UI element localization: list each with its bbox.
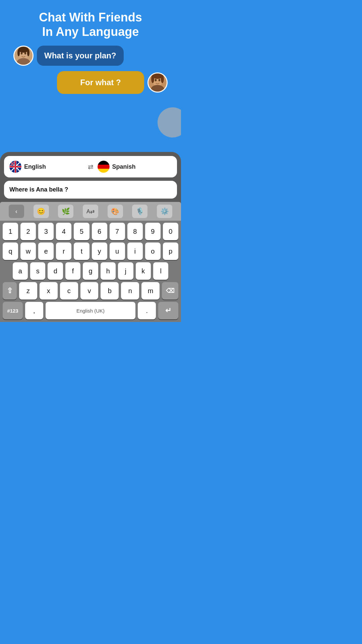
comma-key[interactable]: , [25,302,43,319]
svg-point-15 [18,47,29,53]
svg-point-24 [151,75,154,83]
translate-button[interactable]: A⇄ [83,205,98,218]
key-h[interactable]: h [101,262,116,280]
svg-text:★: ★ [17,170,18,171]
key-e[interactable]: e [38,243,54,260]
gray-blob-right [158,107,181,138]
period-key[interactable]: . [138,302,156,319]
key-y[interactable]: y [92,243,107,260]
svg-rect-32 [98,161,110,165]
back-button[interactable]: ‹ [9,205,24,218]
key-0[interactable]: 0 [163,223,178,240]
return-key[interactable]: ↵ [158,302,178,319]
bottom-row: #123 , English (UK) . ↵ [3,302,178,319]
emoji-button[interactable]: 😊 [34,205,49,218]
voice-button[interactable]: 🎙️ [132,205,147,218]
svg-point-16 [17,49,20,57]
key-a[interactable]: a [13,262,28,280]
numbers-switch-key[interactable]: #123 [3,302,23,319]
svg-point-17 [27,49,29,57]
key-t[interactable]: t [74,243,89,260]
key-p[interactable]: p [163,243,178,260]
key-1[interactable]: 1 [3,223,18,240]
key-3[interactable]: 3 [38,223,54,240]
swap-languages-button[interactable]: ⇄ [84,163,98,171]
key-r[interactable]: r [56,243,71,260]
key-k[interactable]: k [136,262,151,280]
svg-point-22 [159,79,160,82]
chat-bubble-right: For what ? [13,71,168,94]
target-flag [98,161,110,173]
keyboard-toolbar: ‹ 😊 🌿 A⇄ 🎨 🎙️ ⚙️ [0,202,181,221]
chat-message-left: What is your plan? [37,46,124,66]
target-language-label: Spanish [112,163,136,170]
key-2[interactable]: 2 [20,223,36,240]
key-n[interactable]: n [121,282,139,300]
key-c[interactable]: c [60,282,78,300]
key-b[interactable]: b [101,282,119,300]
qwerty-row: q w e r t y u i o p [3,243,178,260]
asdf-row: a s d f g h j k l [3,262,178,280]
language-selector[interactable]: ★ ★ ★ English ⇄ Spanish [4,156,177,177]
key-u[interactable]: u [110,243,125,260]
svg-rect-34 [98,169,110,173]
chat-bubble-left: What is your plan? [13,46,168,66]
translation-input[interactable]: Where is Ana bella ? [4,181,177,199]
key-s[interactable]: s [30,262,45,280]
bottom-panel: ★ ★ ★ English ⇄ Spanish Where is [0,152,181,322]
key-8[interactable]: 8 [127,223,143,240]
key-q[interactable]: q [3,243,18,260]
chat-message-right: For what ? [57,71,144,94]
key-6[interactable]: 6 [92,223,107,240]
key-z[interactable]: z [19,282,37,300]
shift-key[interactable]: ⇧ [3,282,17,300]
key-i[interactable]: i [127,243,143,260]
svg-point-21 [155,79,157,82]
backspace-key[interactable]: ⌫ [162,282,178,300]
sticker-button[interactable]: 🌿 [58,205,73,218]
headline: Chat With Friends In Any Language [7,10,174,39]
input-text: Where is Ana bella ? [9,186,68,193]
avatar-left [13,46,34,66]
target-language[interactable]: Spanish [98,161,172,173]
svg-rect-33 [98,165,110,169]
key-m[interactable]: m [141,282,160,300]
avatar-right [147,72,168,93]
hero-section: Chat With Friends In Any Language [0,0,181,106]
key-7[interactable]: 7 [110,223,125,240]
source-flag: ★ ★ ★ [9,161,21,173]
key-g[interactable]: g [83,262,98,280]
key-x[interactable]: x [40,282,58,300]
key-w[interactable]: w [20,243,36,260]
key-o[interactable]: o [145,243,161,260]
space-key[interactable]: English (UK) [46,302,136,319]
key-f[interactable]: f [65,262,80,280]
art-button[interactable]: 🎨 [108,205,123,218]
settings-button[interactable]: ⚙️ [157,205,172,218]
zxcv-row: ⇧ z x c v b n m ⌫ [3,282,178,300]
chat-preview: What is your plan? For what ? [7,46,174,94]
svg-text:★: ★ [18,165,19,167]
key-5[interactable]: 5 [74,223,89,240]
keyboard: 1 2 3 4 5 6 7 8 9 0 q w e r t y u i o p … [0,221,181,322]
number-row: 1 2 3 4 5 6 7 8 9 0 [3,223,178,240]
svg-point-25 [161,75,164,83]
key-j[interactable]: j [118,262,133,280]
key-9[interactable]: 9 [145,223,161,240]
key-l[interactable]: l [153,262,168,280]
key-4[interactable]: 4 [56,223,71,240]
key-v[interactable]: v [80,282,99,300]
key-d[interactable]: d [48,262,63,280]
source-language-label: English [24,163,46,170]
source-language[interactable]: ★ ★ ★ English [9,161,84,173]
